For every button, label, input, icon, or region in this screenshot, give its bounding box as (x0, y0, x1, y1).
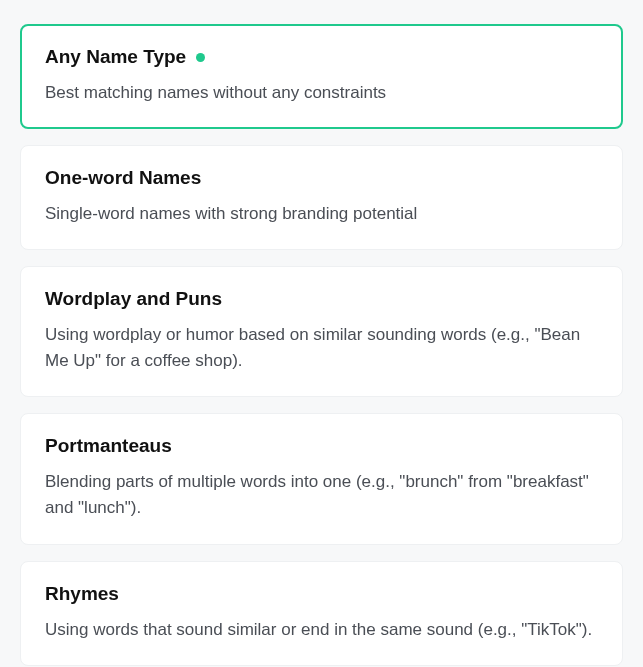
option-title: One-word Names (45, 166, 201, 191)
option-title: Wordplay and Puns (45, 287, 222, 312)
option-wordplay-and-puns[interactable]: Wordplay and Puns Using wordplay or humo… (20, 266, 623, 397)
option-portmanteaus[interactable]: Portmanteaus Blending parts of multiple … (20, 413, 623, 544)
option-title: Portmanteaus (45, 434, 172, 459)
option-description: Using wordplay or humor based on similar… (45, 322, 598, 375)
option-description: Best matching names without any constrai… (45, 80, 598, 106)
option-any-name-type[interactable]: Any Name Type Best matching names withou… (20, 24, 623, 129)
option-one-word-names[interactable]: One-word Names Single-word names with st… (20, 145, 623, 250)
option-title-row: Rhymes (45, 582, 598, 607)
option-title-row: Any Name Type (45, 45, 598, 70)
option-title-row: Portmanteaus (45, 434, 598, 459)
option-title: Any Name Type (45, 45, 186, 70)
option-title-row: One-word Names (45, 166, 598, 191)
option-description: Using words that sound similar or end in… (45, 617, 598, 643)
option-description: Single-word names with strong branding p… (45, 201, 598, 227)
option-rhymes[interactable]: Rhymes Using words that sound similar or… (20, 561, 623, 666)
option-title: Rhymes (45, 582, 119, 607)
selected-indicator-icon (196, 53, 205, 62)
name-type-option-list: Any Name Type Best matching names withou… (20, 24, 623, 666)
option-title-row: Wordplay and Puns (45, 287, 598, 312)
option-description: Blending parts of multiple words into on… (45, 469, 598, 522)
